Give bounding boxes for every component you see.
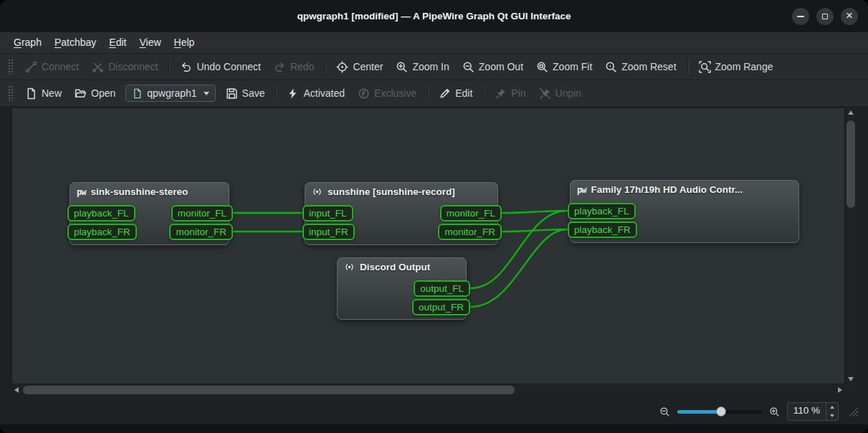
zoom-range-icon bbox=[699, 61, 711, 73]
zoom-in-icon bbox=[769, 406, 780, 417]
toolbar-separator bbox=[687, 59, 688, 75]
chevron-down-icon bbox=[204, 92, 209, 95]
down-arrow-icon bbox=[830, 414, 834, 417]
disconnect-icon bbox=[92, 61, 104, 73]
zoom-in-button[interactable]: Zoom In bbox=[390, 58, 454, 76]
window-controls: × bbox=[792, 8, 868, 25]
port-output-fl[interactable]: output_FL bbox=[414, 280, 470, 297]
port-playback-fl[interactable]: playback_FL bbox=[67, 205, 135, 222]
zoom-spin-buttons bbox=[826, 403, 838, 420]
horizontal-scrollbar-thumb[interactable] bbox=[23, 386, 515, 394]
undo-connect-button[interactable]: Undo Connect bbox=[174, 58, 267, 76]
scroll-right-arrow-icon[interactable] bbox=[838, 387, 842, 393]
undo-icon bbox=[180, 61, 192, 73]
menu-edit[interactable]: Edit bbox=[102, 32, 133, 53]
activated-label: Activated bbox=[303, 87, 345, 99]
zoom-slider[interactable] bbox=[677, 410, 762, 414]
center-icon bbox=[336, 61, 348, 73]
scroll-up-arrow-icon[interactable] bbox=[848, 110, 854, 115]
zoom-slider-handle[interactable] bbox=[716, 406, 726, 417]
canvas-area: pw sink-sunshine-stereo playback_FL play… bbox=[11, 108, 857, 396]
pipewire-icon: pw bbox=[577, 185, 586, 195]
vertical-scrollbar-thumb[interactable] bbox=[846, 120, 855, 208]
port-monitor-fl[interactable]: monitor_FL bbox=[440, 205, 502, 222]
scroll-left-arrow-icon[interactable] bbox=[14, 387, 19, 393]
zoom-range-label: Zoom Range bbox=[715, 61, 773, 72]
window-bottom-edge bbox=[0, 424, 868, 433]
zoom-reset-button[interactable]: Zoom Reset bbox=[599, 58, 682, 76]
toolbar-separator bbox=[427, 85, 428, 101]
port-output-fr[interactable]: output_FR bbox=[412, 299, 470, 315]
zoom-in-icon bbox=[396, 61, 408, 73]
node-title: Family 17h/19h HD Audio Contr... bbox=[591, 184, 743, 195]
spin-down-button[interactable] bbox=[826, 411, 838, 420]
pin-button[interactable]: Pin bbox=[489, 85, 531, 103]
toolbar-separator bbox=[275, 85, 276, 101]
zoom-out-icon bbox=[659, 406, 670, 417]
resize-grip[interactable] bbox=[849, 407, 858, 417]
patchbay-file-icon bbox=[132, 88, 143, 99]
port-playback-fr[interactable]: playback_FR bbox=[67, 224, 137, 240]
activated-button[interactable]: Activated bbox=[281, 85, 350, 103]
redo-label: Redo bbox=[290, 61, 314, 72]
node-header: Discord Output bbox=[338, 258, 466, 276]
redo-button[interactable]: Redo bbox=[268, 58, 320, 76]
maximize-button[interactable] bbox=[816, 8, 834, 25]
vertical-scrollbar[interactable] bbox=[845, 108, 857, 384]
node-header: sunshine [sunshine-record] bbox=[305, 183, 497, 201]
menu-patchbay[interactable]: Patchbay bbox=[48, 32, 102, 53]
edit-button[interactable]: Edit bbox=[433, 85, 478, 103]
zoom-fit-button[interactable]: Zoom Fit bbox=[530, 58, 598, 76]
node-header: pw sink-sunshine-stereo bbox=[70, 183, 229, 201]
new-button[interactable]: New bbox=[19, 85, 67, 103]
horizontal-scrollbar[interactable] bbox=[11, 384, 845, 396]
save-label: Save bbox=[242, 87, 265, 99]
zoom-fit-icon bbox=[536, 61, 548, 73]
port-input-fl[interactable]: input_FL bbox=[302, 205, 353, 222]
zoom-slider-fill bbox=[677, 410, 721, 414]
scrollbar-corner bbox=[845, 384, 857, 396]
zoom-spinbox[interactable]: 110 % bbox=[787, 402, 839, 421]
zoom-out-label: Zoom Out bbox=[479, 61, 523, 72]
patchbay-select[interactable]: qpwgraph1 bbox=[125, 85, 215, 102]
node-discord-output[interactable]: Discord Output output_FL output_FR bbox=[337, 257, 467, 320]
pipewire-icon: pw bbox=[77, 187, 85, 197]
zoom-range-button[interactable]: Zoom Range bbox=[693, 58, 779, 76]
menu-help[interactable]: Help bbox=[168, 32, 201, 53]
connect-button[interactable]: Connect bbox=[19, 58, 85, 76]
zoom-out-button[interactable]: Zoom Out bbox=[457, 58, 529, 76]
stream-icon bbox=[312, 186, 323, 197]
spin-up-button[interactable] bbox=[826, 403, 838, 411]
node-family-hd-audio[interactable]: pw Family 17h/19h HD Audio Contr... play… bbox=[570, 180, 799, 243]
node-title: sunshine [sunshine-record] bbox=[328, 186, 455, 197]
center-button[interactable]: Center bbox=[330, 58, 388, 76]
open-button[interactable]: Open bbox=[69, 85, 121, 103]
pin-label: Pin bbox=[511, 87, 525, 99]
menubar: Graph Patchbay Edit View Help bbox=[0, 32, 868, 53]
node-sink-sunshine-stereo[interactable]: pw sink-sunshine-stereo playback_FL play… bbox=[70, 182, 229, 245]
scroll-down-arrow-icon[interactable] bbox=[848, 377, 854, 381]
node-sunshine-record[interactable]: sunshine [sunshine-record] input_FL inpu… bbox=[305, 182, 498, 245]
port-monitor-fr[interactable]: monitor_FR bbox=[169, 224, 233, 240]
port-input-fr[interactable]: input_FR bbox=[302, 224, 355, 240]
save-button[interactable]: Save bbox=[220, 85, 271, 103]
port-monitor-fl[interactable]: monitor_FL bbox=[171, 205, 233, 222]
zoom-value: 110 % bbox=[788, 403, 826, 420]
toolbar-drag-handle[interactable] bbox=[8, 59, 13, 75]
port-playback-fl[interactable]: playback_FL bbox=[568, 203, 636, 219]
disconnect-button[interactable]: Disconnect bbox=[86, 58, 163, 76]
minimize-button[interactable] bbox=[792, 8, 809, 25]
node-header: pw Family 17h/19h HD Audio Contr... bbox=[571, 181, 798, 199]
unpin-button[interactable]: Unpin bbox=[533, 85, 588, 103]
close-button[interactable]: × bbox=[841, 8, 858, 25]
exclusive-button[interactable]: Exclusive bbox=[352, 85, 422, 103]
open-folder-icon bbox=[75, 87, 87, 100]
port-monitor-fr[interactable]: monitor_FR bbox=[438, 224, 502, 240]
toolbar-separator bbox=[325, 59, 325, 75]
titlebar[interactable]: qpwgraph1 [modified] — A PipeWire Graph … bbox=[0, 0, 868, 32]
toolbar-drag-handle[interactable] bbox=[8, 85, 13, 101]
graph-canvas[interactable]: pw sink-sunshine-stereo playback_FL play… bbox=[11, 108, 845, 384]
menu-view[interactable]: View bbox=[133, 32, 167, 53]
port-playback-fr[interactable]: playback_FR bbox=[568, 222, 637, 238]
menu-graph[interactable]: Graph bbox=[7, 32, 48, 53]
